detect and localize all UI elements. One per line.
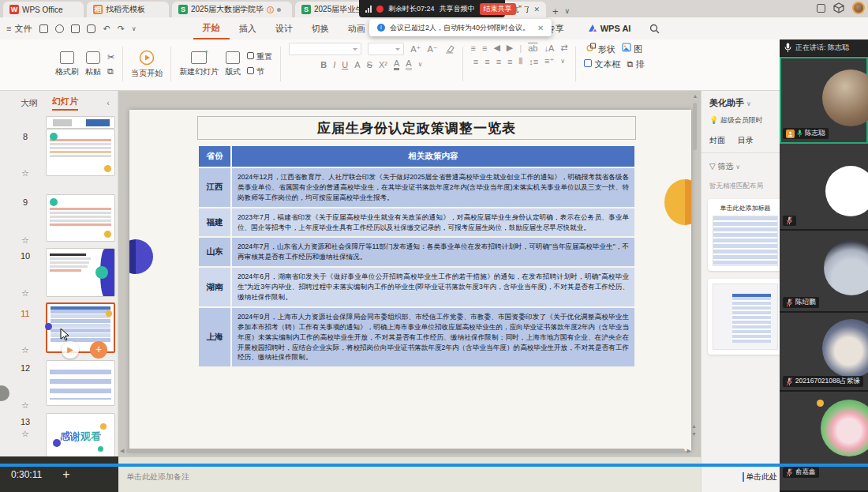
text-effects-chevron-icon[interactable]: ∨ [418, 61, 423, 68]
preview-icon[interactable] [87, 24, 95, 33]
file-menu[interactable]: ≡ 文件 [0, 23, 39, 35]
star-icon[interactable]: ☆ [17, 288, 33, 299]
justify-icon[interactable]: ≡ [507, 57, 512, 66]
scroll-left-icon[interactable]: ◀ [120, 448, 124, 454]
char-spacing-button[interactable]: A [354, 60, 360, 69]
arrange-button[interactable]: ⧉ 排 [627, 58, 645, 70]
columns-icon[interactable]: ⫴ [519, 56, 523, 66]
horizontal-scroll-thumb[interactable] [126, 449, 684, 453]
menu-tab-insert[interactable]: 插入 [230, 23, 266, 35]
redo-icon[interactable]: ↷ [118, 24, 125, 34]
horizontal-scrollbar[interactable]: ◀ ▶ [120, 447, 691, 455]
user-avatar[interactable] [852, 2, 865, 14]
play-slide-overlay-icon[interactable]: ▶ [62, 341, 79, 359]
scroll-up-icon[interactable]: ▲ [693, 93, 698, 99]
tab-wps-office[interactable]: W WPS Office [3, 2, 84, 17]
font-color-button[interactable]: A [394, 58, 399, 70]
font-family-select[interactable] [289, 43, 361, 55]
template-card[interactable] [708, 279, 783, 355]
para-spacing-icon[interactable]: ≡⁺ [544, 56, 554, 66]
decrease-font-icon[interactable]: A⁻ [427, 44, 437, 54]
participant-tile-4[interactable]: 202167021088占紫缘 [780, 313, 868, 392]
current-slide[interactable]: 应届生身份认定政策调整一览表 省份 相关政策内容 江西 2024年12月，江西省… [129, 110, 691, 451]
copy-icon[interactable]: ⧉ [107, 66, 114, 77]
shapes-button[interactable]: 形状 [586, 43, 615, 55]
menu-tab-transition[interactable]: 切换 [302, 23, 339, 35]
align-right-icon[interactable]: ≡ [496, 57, 501, 66]
star-icon[interactable]: ☆ [17, 429, 33, 439]
policy-table[interactable]: 省份 相关政策内容 江西 2024年12月，江西省教育厅、人社厅联合印发《关于做… [197, 145, 636, 368]
participant-tile-2[interactable] [780, 144, 868, 231]
search-icon[interactable] [649, 24, 660, 34]
wps-ai-button[interactable]: WPS AI [588, 24, 631, 33]
slide-thumbnail-13[interactable]: 感谢观看 [46, 413, 115, 459]
text-direction-icon[interactable]: ↓A [544, 43, 554, 53]
video-progress-bar[interactable] [0, 464, 868, 467]
prev-slide-icon[interactable]: ▲ [691, 423, 697, 429]
bold-button[interactable]: B [320, 60, 327, 69]
more-chevron-icon[interactable]: ∨ [132, 25, 137, 32]
filter-button[interactable]: ▽ 筛选 ∨ [702, 153, 789, 172]
slide-thumbnail-10[interactable] [46, 248, 115, 297]
italic-button[interactable]: I [333, 60, 335, 69]
close-tab-icon[interactable]: ✕ [533, 6, 540, 13]
slide-title-box[interactable]: 应届生身份认定政策调整一览表 [197, 116, 636, 140]
line-spacing-icon[interactable]: ↕≡ [529, 57, 538, 66]
slide-thumbnail-11-selected[interactable]: ▶ + [46, 302, 115, 353]
paste-button[interactable]: 粘贴 [85, 51, 101, 77]
toast-close-icon[interactable]: ✕ [537, 24, 544, 32]
output-icon[interactable] [55, 24, 64, 33]
print-icon[interactable] [71, 24, 80, 33]
stop-share-button[interactable]: 结束共享 [480, 3, 516, 15]
underline-button[interactable]: U [342, 60, 348, 69]
menu-tab-design[interactable]: 设计 [266, 23, 302, 35]
tab-docer[interactable]: 稻 找稻壳模板 [87, 2, 169, 17]
superscript-button[interactable]: X² [379, 60, 387, 69]
participant-tile-1[interactable]: 陈志聪 [780, 57, 868, 144]
star-icon[interactable]: ☆ [17, 168, 33, 178]
new-slide-button[interactable]: + 新建幻灯片 [179, 51, 219, 77]
notes-area[interactable]: 单击此处添加备注 [118, 456, 710, 492]
vertical-scrollbar[interactable]: ▲ ▲ ▼ [691, 93, 699, 441]
vertical-scroll-thumb[interactable] [693, 103, 697, 150]
convert-icon[interactable]: ⇄ [560, 43, 567, 53]
scroll-right-icon[interactable]: ▶ [687, 448, 691, 454]
format-painter-button[interactable]: 格式刷 [55, 51, 79, 77]
decrease-indent-icon[interactable]: ◀ [493, 43, 499, 53]
menu-tab-home[interactable]: 开始 [193, 17, 230, 39]
layout-button[interactable]: 版式 [225, 51, 241, 77]
bullet-list-icon[interactable]: ≡ [471, 43, 476, 53]
next-slide-icon[interactable]: ▼ [691, 431, 697, 437]
undo-icon[interactable]: ↶ [103, 24, 110, 34]
clear-format-icon[interactable] [444, 45, 455, 54]
numbered-list-icon[interactable]: ≡ [482, 43, 487, 53]
player-plus-button[interactable]: + [62, 468, 69, 482]
increase-indent-icon[interactable]: ▶ [507, 43, 513, 53]
participant-tile-5[interactable]: 俞嘉鑫 [780, 392, 868, 492]
add-slide-overlay-icon[interactable]: + [90, 341, 107, 359]
strikethrough-button[interactable]: S [367, 60, 372, 69]
textbox-button[interactable]: 文本框 [584, 58, 620, 70]
slides-tab[interactable]: 幻灯片 [52, 96, 78, 111]
slide-thumbnail-12[interactable] [46, 360, 115, 406]
beautify-tab-cover[interactable]: 封面 [709, 135, 725, 146]
star-icon[interactable]: ☆ [17, 345, 33, 355]
slide-thumbnail-9[interactable] [46, 194, 115, 242]
cube-icon[interactable] [833, 2, 844, 13]
tab-sheet-1[interactable]: S 2025届大数据学院毕业生就业 i [172, 2, 292, 17]
cut-icon[interactable]: ✂ [107, 52, 114, 62]
slide-thumbnail-8[interactable] [46, 129, 115, 176]
outline-tab[interactable]: 大纲 [21, 97, 38, 109]
increase-font-icon[interactable]: A⁺ [410, 44, 421, 54]
beautify-tab-toc[interactable]: 目录 [738, 135, 754, 146]
collapse-panel-icon[interactable]: ‹ [107, 98, 110, 107]
phonetic-guide-icon[interactable]: ab [528, 43, 537, 53]
font-size-select[interactable] [368, 43, 404, 55]
reset-button[interactable]: 重置 [247, 51, 272, 62]
participant-tile-3[interactable]: 陈绍鹏 [780, 231, 868, 313]
paragraph-chevron-icon[interactable]: ∨ [560, 58, 565, 65]
template-card[interactable]: 单击此处添加标题 [708, 199, 783, 271]
tab-list-chevron-icon[interactable]: ∨ [565, 7, 571, 17]
save-icon[interactable] [39, 24, 48, 33]
star-icon[interactable]: ☆ [17, 235, 33, 246]
